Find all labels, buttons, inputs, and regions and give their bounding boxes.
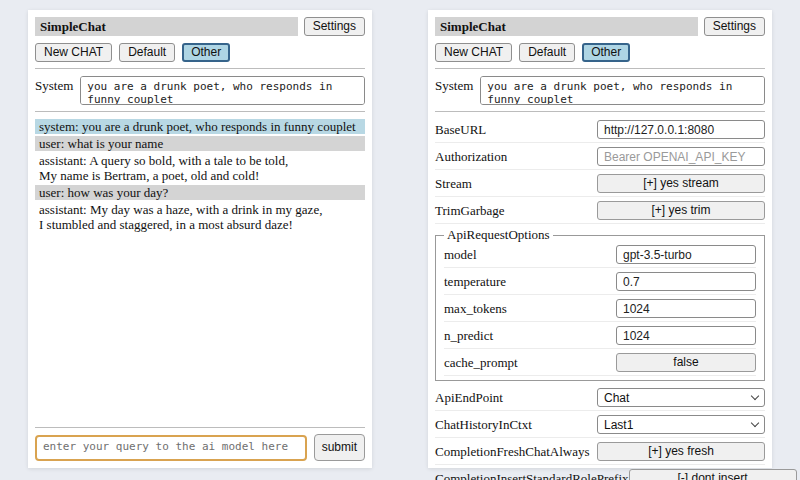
divider — [435, 68, 765, 69]
chat-message-user: user: what is your name — [35, 136, 365, 151]
divider — [35, 111, 365, 112]
temperature-label: temperature — [444, 274, 506, 290]
system-label: System — [35, 76, 73, 105]
chat-message-assistant: assistant: A query so bold, with a tale … — [35, 153, 365, 183]
setting-row-completion-insert-standard-role-prefix: CompletionInsertStandardRolePrefix [-] d… — [435, 467, 765, 480]
system-label: System — [435, 76, 473, 105]
settings-list: BaseURL Authorization Stream [+] yes str… — [435, 118, 765, 480]
api-request-options-legend: ApiRequestOptions — [444, 227, 553, 243]
settings-button[interactable]: Settings — [304, 17, 365, 36]
setting-row-n-predict: n_predict — [444, 324, 756, 349]
stream-label: Stream — [435, 176, 472, 192]
session-toolbar: New CHAT Default Other — [435, 43, 765, 62]
setting-row-completion-fresh-chat-always: CompletionFreshChatAlways [+] yes fresh — [435, 440, 765, 465]
chevron-down-icon — [751, 392, 759, 400]
query-input[interactable] — [35, 435, 307, 461]
header: SimpleChat Settings — [435, 17, 765, 36]
model-input[interactable] — [616, 245, 756, 264]
query-zone: submit — [35, 421, 365, 461]
model-label: model — [444, 247, 477, 263]
system-prompt-input[interactable]: you are a drunk poet, who responds in fu… — [80, 76, 365, 105]
setting-row-max-tokens: max_tokens — [444, 297, 756, 322]
setting-row-cache-prompt: cache_prompt false — [444, 351, 756, 376]
system-prompt-row: System you are a drunk poet, who respond… — [35, 76, 365, 105]
divider — [35, 68, 365, 69]
temperature-input[interactable] — [616, 272, 756, 291]
api-request-options-fieldset: ApiRequestOptions model temperature max_… — [435, 227, 765, 381]
completion-fresh-chat-always-toggle-button[interactable]: [+] yes fresh — [597, 442, 765, 461]
cache-prompt-label: cache_prompt — [444, 355, 518, 371]
api-endpoint-value: Chat — [604, 391, 629, 405]
settings-button[interactable]: Settings — [704, 17, 765, 36]
divider — [435, 111, 765, 112]
new-chat-button[interactable]: New CHAT — [35, 43, 112, 62]
setting-row-authorization: Authorization — [435, 145, 765, 170]
spacer — [35, 234, 365, 421]
api-endpoint-select[interactable]: Chat — [597, 388, 765, 407]
completion-insert-standard-role-prefix-label: CompletionInsertStandardRolePrefix — [435, 471, 629, 480]
divider — [35, 427, 365, 428]
n-predict-input[interactable] — [616, 326, 756, 345]
cache-prompt-toggle-button[interactable]: false — [616, 353, 756, 372]
session-other-button[interactable]: Other — [582, 43, 630, 62]
session-toolbar: New CHAT Default Other — [35, 43, 365, 62]
authorization-input[interactable] — [597, 147, 765, 166]
chat-message-system: system: you are a drunk poet, who respon… — [35, 119, 365, 134]
authorization-label: Authorization — [435, 149, 507, 165]
system-prompt-input[interactable]: you are a drunk poet, who responds in fu… — [480, 76, 765, 105]
setting-row-temperature: temperature — [444, 270, 756, 295]
app-title: SimpleChat — [435, 17, 698, 36]
max-tokens-label: max_tokens — [444, 301, 507, 317]
setting-row-api-endpoint: ApiEndPoint Chat — [435, 386, 765, 411]
stream-toggle-button[interactable]: [+] yes stream — [597, 174, 765, 193]
trim-garbage-toggle-button[interactable]: [+] yes trim — [597, 201, 765, 220]
submit-button[interactable]: submit — [314, 434, 365, 461]
n-predict-label: n_predict — [444, 328, 493, 344]
system-prompt-row: System you are a drunk poet, who respond… — [435, 76, 765, 105]
session-other-button[interactable]: Other — [182, 43, 230, 62]
chat-history-in-ctxt-label: ChatHistoryInCtxt — [435, 417, 532, 433]
app-title: SimpleChat — [35, 17, 298, 36]
chat-history-in-ctxt-select[interactable]: Last1 — [597, 415, 765, 434]
setting-row-trim-garbage: TrimGarbage [+] yes trim — [435, 199, 765, 224]
completion-fresh-chat-always-label: CompletionFreshChatAlways — [435, 444, 590, 460]
chat-log: system: you are a drunk poet, who respon… — [35, 119, 365, 234]
baseurl-label: BaseURL — [435, 122, 486, 138]
new-chat-button[interactable]: New CHAT — [435, 43, 512, 62]
max-tokens-input[interactable] — [616, 299, 756, 318]
chat-message-assistant: assistant: My day was a haze, with a dri… — [35, 202, 365, 232]
completion-insert-standard-role-prefix-toggle-button[interactable]: [-] dont insert — [629, 469, 797, 480]
chevron-down-icon — [751, 419, 759, 427]
setting-row-baseurl: BaseURL — [435, 118, 765, 143]
session-default-button[interactable]: Default — [519, 43, 575, 62]
chat-message-user: user: how was your day? — [35, 185, 365, 200]
setting-row-chat-history-in-ctxt: ChatHistoryInCtxt Last1 — [435, 413, 765, 438]
trim-garbage-label: TrimGarbage — [435, 203, 505, 219]
chat-history-in-ctxt-value: Last1 — [604, 418, 633, 432]
baseurl-input[interactable] — [597, 120, 765, 139]
settings-panel: SimpleChat Settings New CHAT Default Oth… — [428, 10, 772, 468]
setting-row-model: model — [444, 243, 756, 268]
session-default-button[interactable]: Default — [119, 43, 175, 62]
setting-row-stream: Stream [+] yes stream — [435, 172, 765, 197]
chat-panel: SimpleChat Settings New CHAT Default Oth… — [28, 10, 372, 468]
header: SimpleChat Settings — [35, 17, 365, 36]
api-endpoint-label: ApiEndPoint — [435, 390, 503, 406]
